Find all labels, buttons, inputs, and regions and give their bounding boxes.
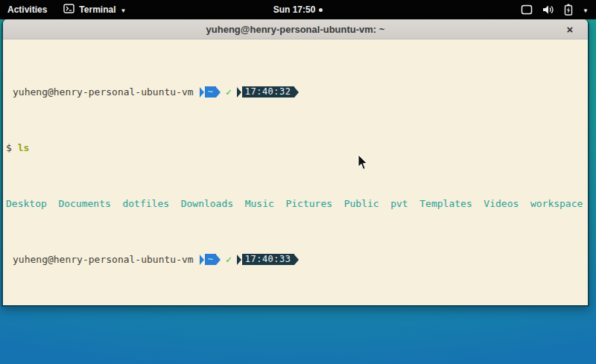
prompt-symbol: $ xyxy=(6,142,12,153)
directory-entry: Desktop xyxy=(6,198,47,209)
chevron-down-icon: ▼ xyxy=(120,7,126,14)
close-icon[interactable]: × xyxy=(562,22,577,36)
chevron-down-icon: ▼ xyxy=(583,7,589,14)
powerline-arrow-icon xyxy=(294,87,299,98)
powerline-arrow-icon xyxy=(216,255,221,265)
directory-entry: pvt xyxy=(390,198,408,209)
activities-button[interactable]: Activities xyxy=(0,0,56,19)
directory-entry: Pictures xyxy=(285,198,332,209)
time-badge: 17:40:33 xyxy=(237,254,299,265)
window-titlebar[interactable]: yuheng@henry-personal-ubuntu-vm: ~ × xyxy=(3,19,588,39)
notification-dot-icon xyxy=(319,8,323,12)
directory-entry: dotfiles xyxy=(122,198,169,209)
powerline-arrow-icon xyxy=(200,87,204,98)
cwd-label: ~ xyxy=(205,86,216,98)
app-menu-label: Terminal xyxy=(79,4,115,15)
directory-entry: Public xyxy=(344,198,379,209)
time-label: 17:40:33 xyxy=(242,254,294,265)
directory-entry: Music xyxy=(245,198,274,209)
system-status-area[interactable]: ▼ xyxy=(521,0,596,19)
directory-entry: Documents xyxy=(58,198,110,209)
directory-entry: Videos xyxy=(484,198,519,209)
status-check-icon: ✓ xyxy=(226,254,232,265)
terminal-app-icon xyxy=(63,4,74,16)
time-label: 17:40:32 xyxy=(242,86,294,98)
powerline-arrow-icon xyxy=(200,255,204,265)
prompt-user-host: yuheng@henry-personal-ubuntu-vm xyxy=(6,254,194,265)
powerline-arrow-icon xyxy=(237,255,241,265)
clock-label: Sun 17:50 xyxy=(273,4,316,15)
gnome-top-bar: Activities Terminal ▼ Sun 17:50 xyxy=(0,0,596,19)
cwd-badge: ~ xyxy=(200,86,221,98)
terminal-content[interactable]: yuheng@henry-personal-ubuntu-vm ~ ✓ 17:4… xyxy=(3,39,588,304)
ls-output-line: Desktop Documents dotfiles Downloads Mus… xyxy=(6,198,585,209)
battery-charging-icon xyxy=(564,4,573,16)
status-check-icon: ✓ xyxy=(226,86,232,98)
clock-button[interactable]: Sun 17:50 xyxy=(273,4,323,15)
app-menu-terminal[interactable]: Terminal ▼ xyxy=(56,0,133,19)
directory-entry: Downloads xyxy=(181,198,233,209)
prompt-line-2: yuheng@henry-personal-ubuntu-vm ~ ✓ 17:4… xyxy=(6,254,585,265)
directory-entry: Templates xyxy=(419,198,472,209)
terminal-window: yuheng@henry-personal-ubuntu-vm: ~ × yuh… xyxy=(1,19,589,307)
cwd-badge: ~ xyxy=(200,254,221,265)
time-badge: 17:40:32 xyxy=(237,86,299,98)
window-title: yuheng@henry-personal-ubuntu-vm: ~ xyxy=(206,24,385,35)
desktop: Activities Terminal ▼ Sun 17:50 xyxy=(0,0,596,364)
display-icon xyxy=(521,4,533,15)
prompt-line-1: yuheng@henry-personal-ubuntu-vm ~ ✓ 17:4… xyxy=(6,86,585,98)
powerline-arrow-icon xyxy=(237,87,241,98)
volume-icon xyxy=(542,4,554,15)
powerline-arrow-icon xyxy=(216,87,221,98)
command-text: ls xyxy=(18,142,30,153)
command-line-1: $ ls xyxy=(6,142,585,153)
prompt-user-host: yuheng@henry-personal-ubuntu-vm xyxy=(6,86,194,98)
cwd-label: ~ xyxy=(205,254,216,265)
powerline-arrow-icon xyxy=(294,255,299,265)
directory-entry: workspace xyxy=(530,198,583,209)
